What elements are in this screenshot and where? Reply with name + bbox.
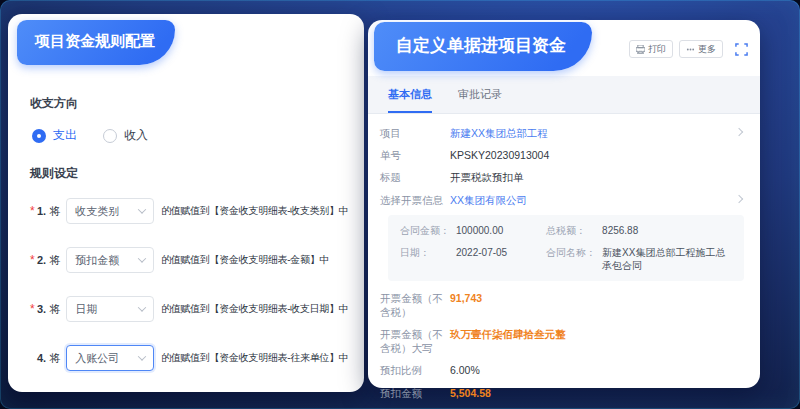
tab-bar: 基本信息 审批记录 xyxy=(368,76,760,114)
field-label: 单号 xyxy=(380,148,450,162)
field-row-withhold-amount: 预扣金额 5,504.58 xyxy=(380,386,744,400)
select-value: 入账公司 xyxy=(75,351,119,366)
rule-field-select-2[interactable]: 预扣金额 xyxy=(66,247,154,273)
rule-assign-word: 将 xyxy=(49,204,60,219)
radio-income[interactable]: 收入 xyxy=(103,127,148,144)
contract-date-label: 日期： xyxy=(400,246,456,260)
invoice-amount-caps-value: 玖万壹仟柒佰肆拾叁元整 xyxy=(450,327,730,341)
withhold-ratio-value: 6.00% xyxy=(450,363,730,377)
rule-target-text: 的值赋值到【资金收支明细表-收支类别】中 xyxy=(161,204,348,218)
select-value: 收支类别 xyxy=(75,204,119,219)
field-row-withhold-ratio: 预扣比例 6.00% xyxy=(380,363,744,377)
field-label: 预扣比例 xyxy=(380,363,450,377)
contract-amount-item: 合同金额： 100000.00 xyxy=(400,224,546,238)
rule-number: 2. xyxy=(37,254,46,266)
rule-row-3: * 3. 将 日期 的值赋值到【资金收支明细表-收支日期】中 xyxy=(30,296,354,322)
left-panel-title-ribbon: 项目资金规则配置 xyxy=(17,20,175,65)
contract-name-item: 合同名称： 新建XX集团总部工程施工总承包合同 xyxy=(546,246,732,272)
project-link[interactable]: 新建XX集团总部工程 xyxy=(450,126,730,140)
rule-assign-word: 将 xyxy=(49,253,60,268)
contract-date-value: 2022-07-05 xyxy=(456,246,507,259)
rule-row-1: * 1. 将 收支类别 的值赋值到【资金收支明细表-收支类别】中 xyxy=(30,198,354,224)
radio-income-label: 收入 xyxy=(124,127,148,144)
rule-assign-word: 将 xyxy=(49,302,60,317)
rule-field-select-1[interactable]: 收支类别 xyxy=(66,198,154,224)
invoice-company-link[interactable]: XX集团有限公司 xyxy=(450,193,730,207)
header-toolbar: 打印 更多 xyxy=(629,40,748,58)
field-row-title: 标题 开票税款预扣单 xyxy=(380,170,744,184)
select-value: 日期 xyxy=(75,302,97,317)
required-asterisk: * xyxy=(30,253,37,267)
left-panel-title: 项目资金规则配置 xyxy=(35,32,155,49)
rule-target-text: 的值赋值到【资金收支明细表-收支日期】中 xyxy=(161,302,348,316)
rule-target-text: 的值赋值到【资金收支明细表-金额】中 xyxy=(161,253,329,267)
rules-section-label: 规则设定 xyxy=(30,165,354,182)
contract-date-item: 日期： 2022-07-05 xyxy=(400,246,546,272)
radio-selected-icon xyxy=(32,129,46,143)
right-panel-title: 自定义单据进项目资金 xyxy=(396,36,566,55)
right-panel-header: 自定义单据进项目资金 打印 更多 xyxy=(368,20,760,68)
rule-number: 4. xyxy=(37,352,46,364)
field-label: 预扣金额 xyxy=(380,386,450,400)
print-button[interactable]: 打印 xyxy=(629,40,673,58)
invoice-amount-value: 91,743 xyxy=(450,291,730,305)
more-button[interactable]: 更多 xyxy=(679,40,723,58)
tab-basic-info[interactable]: 基本信息 xyxy=(388,87,432,113)
chevron-down-icon xyxy=(138,205,146,213)
right-panel-title-ribbon: 自定义单据进项目资金 xyxy=(374,22,592,71)
tab-approval-record[interactable]: 审批记录 xyxy=(458,87,502,113)
chevron-right-icon[interactable] xyxy=(735,128,743,136)
contract-name-label: 合同名称： xyxy=(546,246,602,260)
rule-config-content: 收支方向 支出 收入 规则设定 * 1. 将 收支类别 xyxy=(8,65,364,371)
rule-assign-word: 将 xyxy=(49,351,60,366)
field-label: 开票金额（不含税） xyxy=(380,291,450,319)
field-row-project: 项目 新建XX集团总部工程 xyxy=(380,126,744,140)
more-button-label: 更多 xyxy=(698,43,716,56)
contract-amount-label: 合同金额： xyxy=(400,224,456,238)
contract-amount-value: 100000.00 xyxy=(456,224,503,237)
more-dots-icon xyxy=(686,45,695,54)
field-row-invoice-amount: 开票金额（不含税） 91,743 xyxy=(380,291,744,319)
direction-radio-group: 支出 收入 xyxy=(32,127,354,144)
field-value: KPSKY20230913004 xyxy=(450,148,730,162)
custom-document-panel: 自定义单据进项目资金 打印 更多 基本信息 审批记录 xyxy=(368,20,760,388)
contract-tax-item: 总税额： 8256.88 xyxy=(546,224,732,238)
rule-number: 1. xyxy=(37,205,46,217)
field-row-invoice-amount-caps: 开票金额（不含税）大写 玖万壹仟柒佰肆拾叁元整 xyxy=(380,327,744,355)
contract-tax-label: 总税额： xyxy=(546,224,602,238)
required-asterisk: * xyxy=(30,204,37,218)
app-background: 项目资金规则配置 收支方向 支出 收入 规则设定 * 1. 将 收支类 xyxy=(0,0,800,409)
withhold-amount-value: 5,504.58 xyxy=(450,386,730,400)
radio-unselected-icon xyxy=(103,129,117,143)
field-row-invoice-info: 选择开票信息 XX集团有限公司 xyxy=(380,193,744,207)
contract-tax-value: 8256.88 xyxy=(602,224,638,237)
chevron-down-icon xyxy=(138,254,146,262)
required-asterisk: * xyxy=(30,302,37,316)
radio-expenditure-label: 支出 xyxy=(53,127,77,144)
field-label: 开票金额（不含税）大写 xyxy=(380,327,450,355)
contract-summary-panel: 合同金额： 100000.00 总税额： 8256.88 日期： 2022-07… xyxy=(388,215,744,281)
rule-row-2: * 2. 将 预扣金额 的值赋值到【资金收支明细表-金额】中 xyxy=(30,247,354,273)
radio-expenditure[interactable]: 支出 xyxy=(32,127,77,144)
printer-icon xyxy=(636,45,645,54)
fund-rule-config-panel: 项目资金规则配置 收支方向 支出 收入 规则设定 * 1. 将 收支类 xyxy=(8,14,364,392)
direction-label: 收支方向 xyxy=(30,95,354,112)
rule-row-4: 4. 将 入账公司 的值赋值到【资金收支明细表-往来单位】中 xyxy=(30,345,354,371)
rule-target-text: 的值赋值到【资金收支明细表-往来单位】中 xyxy=(161,351,348,365)
select-value: 预扣金额 xyxy=(75,253,119,268)
chevron-down-icon xyxy=(138,303,146,311)
field-row-doc-number: 单号 KPSKY20230913004 xyxy=(380,148,744,162)
field-label: 项目 xyxy=(380,126,450,140)
fullscreen-icon[interactable] xyxy=(735,43,748,56)
rule-number: 3. xyxy=(37,303,46,315)
rule-field-select-4[interactable]: 入账公司 xyxy=(66,345,154,371)
field-label: 选择开票信息 xyxy=(380,193,450,207)
field-value: 开票税款预扣单 xyxy=(450,170,730,184)
chevron-right-icon[interactable] xyxy=(735,194,743,202)
print-button-label: 打印 xyxy=(648,43,666,56)
chevron-down-icon xyxy=(138,352,146,360)
field-label: 标题 xyxy=(380,170,450,184)
rule-field-select-3[interactable]: 日期 xyxy=(66,296,154,322)
contract-name-value: 新建XX集团总部工程施工总承包合同 xyxy=(602,246,732,272)
document-form: 项目 新建XX集团总部工程 单号 KPSKY20230913004 标题 开票税… xyxy=(368,114,760,409)
